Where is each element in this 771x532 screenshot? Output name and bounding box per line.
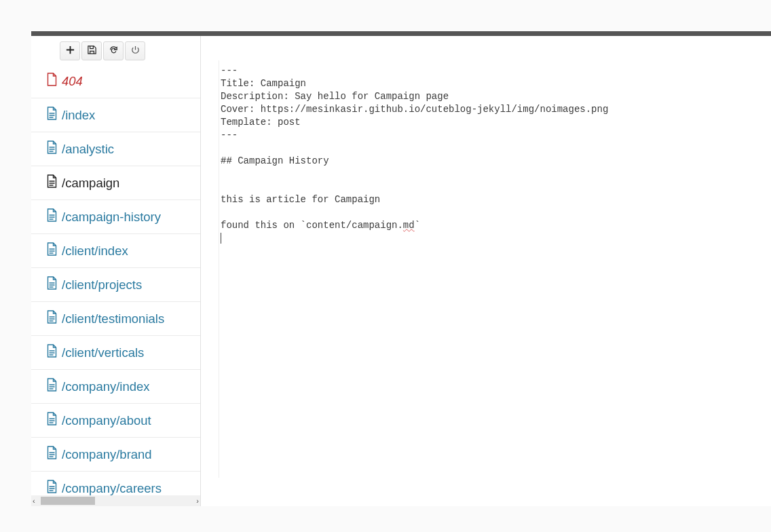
- new-button[interactable]: [60, 41, 80, 60]
- file-icon: [46, 378, 58, 395]
- code-editor[interactable]: ---Title: CampaignDescription: Say hello…: [219, 60, 771, 478]
- file-icon: [46, 446, 58, 463]
- editor-line: Cover: https://mesinkasir.github.io/cute…: [221, 103, 771, 116]
- power-button[interactable]: [125, 41, 145, 60]
- file-icon: [46, 174, 58, 191]
- file-item-label: 404: [62, 74, 83, 89]
- file-icon: [46, 344, 58, 361]
- file-item-label: /client/testimonials: [62, 311, 164, 326]
- editor-line: this is article for Campaign: [221, 193, 771, 206]
- refresh-icon: [109, 45, 119, 57]
- file-item-label: /client/projects: [62, 278, 142, 292]
- file-item[interactable]: 404: [31, 64, 200, 98]
- file-item[interactable]: /client/testimonials: [31, 302, 200, 336]
- editor-line: [221, 168, 771, 180]
- save-icon: [87, 45, 97, 57]
- editor-line: Template: post: [221, 116, 771, 129]
- file-icon: [46, 412, 58, 429]
- file-list[interactable]: 404/index/analystic/campaign/campaign-hi…: [31, 64, 200, 495]
- editor-line: ---: [221, 129, 771, 142]
- file-item-label: /company/brand: [62, 447, 152, 462]
- editor-pane: ---Title: CampaignDescription: Say hello…: [201, 36, 771, 506]
- file-item-label: /company/about: [62, 413, 151, 428]
- editor-line: ## Campaign History: [221, 155, 771, 168]
- editor-line: [221, 180, 771, 193]
- editor-line: Title: Campaign: [221, 77, 771, 90]
- text-caret: [221, 233, 221, 244]
- horizontal-scrollbar[interactable]: ‹ ›: [31, 495, 200, 506]
- editor-line: [221, 206, 771, 219]
- file-icon: [46, 310, 58, 327]
- file-icon: [46, 480, 58, 495]
- refresh-button[interactable]: [103, 41, 124, 60]
- file-item-label: /analystic: [62, 142, 114, 157]
- file-item-label: /company/index: [62, 379, 150, 394]
- file-item[interactable]: /client/index: [31, 234, 200, 268]
- sidebar: 404/index/analystic/campaign/campaign-hi…: [31, 36, 201, 506]
- file-item-label: /client/index: [62, 244, 128, 259]
- file-item-label: /client/verticals: [62, 345, 144, 360]
- file-item[interactable]: /client/projects: [31, 268, 200, 302]
- file-item[interactable]: /company/about: [31, 404, 200, 438]
- file-item-label: /index: [62, 108, 95, 123]
- editor-line: Description: Say hello for Campaign page: [221, 90, 771, 103]
- app-frame: 404/index/analystic/campaign/campaign-hi…: [31, 31, 771, 506]
- file-icon: [46, 242, 58, 259]
- file-item[interactable]: /campaign: [31, 166, 200, 200]
- file-item-label: /company/careers: [62, 481, 162, 496]
- save-button[interactable]: [81, 41, 102, 60]
- file-item-label: /campaign-history: [62, 210, 161, 225]
- file-icon: [46, 208, 58, 225]
- file-icon: [46, 276, 58, 293]
- file-item[interactable]: /client/verticals: [31, 336, 200, 370]
- editor-line: ---: [221, 64, 771, 77]
- file-icon: [46, 140, 58, 157]
- file-item[interactable]: /company/brand: [31, 438, 200, 472]
- file-item[interactable]: /analystic: [31, 132, 200, 166]
- file-icon: [46, 107, 58, 124]
- file-item[interactable]: /company/careers: [31, 472, 200, 495]
- toolbar: [31, 36, 200, 64]
- power-icon: [130, 45, 140, 57]
- file-item[interactable]: /index: [31, 98, 200, 132]
- file-item[interactable]: /campaign-history: [31, 200, 200, 234]
- file-item[interactable]: /company/index: [31, 370, 200, 404]
- file-icon: [46, 73, 58, 90]
- editor-line: [221, 142, 771, 155]
- plus-icon: [65, 45, 75, 57]
- file-item-label: /campaign: [62, 176, 119, 191]
- editor-line: found this on `content/campaign.md`: [221, 219, 771, 232]
